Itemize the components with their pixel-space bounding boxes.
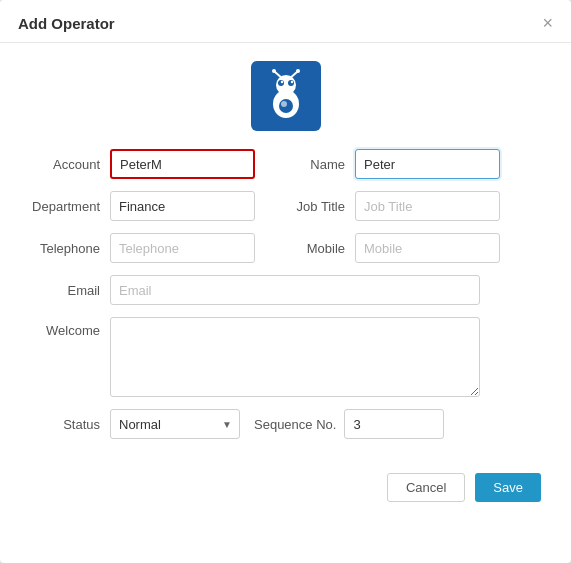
status-row: Status Normal Disabled ▼ Sequence No. bbox=[30, 409, 541, 439]
sequence-input[interactable] bbox=[344, 409, 444, 439]
welcome-label: Welcome bbox=[30, 317, 110, 338]
email-row: Email bbox=[30, 275, 541, 305]
status-label: Status bbox=[30, 417, 110, 432]
department-row: Department Job Title bbox=[30, 191, 541, 221]
account-row: Account Name bbox=[30, 149, 541, 179]
email-label: Email bbox=[30, 283, 110, 298]
name-label: Name bbox=[275, 157, 355, 172]
svg-point-11 bbox=[281, 101, 287, 107]
telephone-row: Telephone Mobile bbox=[30, 233, 541, 263]
add-operator-dialog: Add Operator × bbox=[0, 0, 571, 563]
department-label: Department bbox=[30, 199, 110, 214]
email-input[interactable] bbox=[110, 275, 480, 305]
telephone-input[interactable] bbox=[110, 233, 255, 263]
job-title-input[interactable] bbox=[355, 191, 500, 221]
svg-point-1 bbox=[272, 69, 276, 73]
status-select-wrapper: Normal Disabled ▼ bbox=[110, 409, 240, 439]
account-label: Account bbox=[30, 157, 110, 172]
telephone-label: Telephone bbox=[30, 241, 110, 256]
department-input[interactable] bbox=[110, 191, 255, 221]
avatar bbox=[251, 61, 321, 131]
save-button[interactable]: Save bbox=[475, 473, 541, 502]
dialog-title: Add Operator bbox=[18, 15, 115, 32]
form-area: Account Name Department Job Title Teleph… bbox=[0, 143, 571, 461]
name-group: Name bbox=[275, 149, 500, 179]
svg-point-5 bbox=[278, 80, 284, 86]
mobile-input[interactable] bbox=[355, 233, 500, 263]
dialog-header: Add Operator × bbox=[0, 0, 571, 43]
close-button[interactable]: × bbox=[542, 14, 553, 32]
welcome-row: Welcome bbox=[30, 317, 541, 397]
svg-point-7 bbox=[280, 80, 282, 82]
account-input[interactable] bbox=[110, 149, 255, 179]
welcome-input[interactable] bbox=[110, 317, 480, 397]
svg-point-8 bbox=[290, 80, 292, 82]
mobile-label: Mobile bbox=[275, 241, 355, 256]
svg-point-3 bbox=[296, 69, 300, 73]
svg-point-6 bbox=[288, 80, 294, 86]
avatar-area bbox=[0, 43, 571, 143]
dialog-footer: Cancel Save bbox=[0, 461, 571, 512]
status-select[interactable]: Normal Disabled bbox=[110, 409, 240, 439]
job-title-group: Job Title bbox=[275, 191, 500, 221]
cancel-button[interactable]: Cancel bbox=[387, 473, 465, 502]
sequence-label: Sequence No. bbox=[254, 417, 336, 432]
name-input[interactable] bbox=[355, 149, 500, 179]
job-title-label: Job Title bbox=[275, 199, 355, 214]
mobile-group: Mobile bbox=[275, 233, 500, 263]
